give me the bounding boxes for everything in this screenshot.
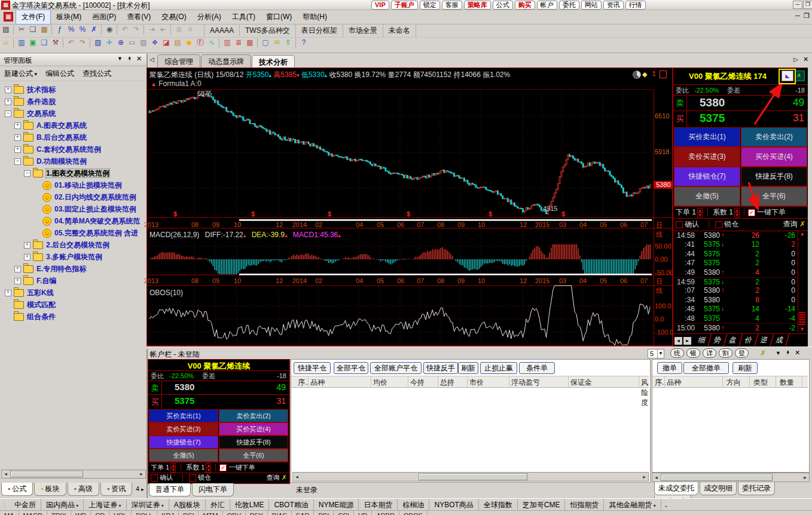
tree-expander-icon[interactable]: +	[24, 254, 30, 260]
menu-4[interactable]: 查看(V)	[121, 10, 156, 24]
list-red-icon[interactable]: ≣	[233, 38, 244, 48]
undo2-icon[interactable]: ↶	[66, 38, 77, 48]
orders-button-1[interactable]: 撤单	[657, 362, 682, 374]
tree-item[interactable]: +B.后台交易系统	[0, 131, 146, 143]
order-button-3[interactable]: 卖价买进(3)	[149, 422, 218, 436]
trend-icon[interactable]: ∿	[206, 38, 217, 48]
undo-icon[interactable]: ↶	[120, 24, 130, 35]
market-tab-10[interactable]: 日本期货	[359, 499, 398, 511]
market-tab-2[interactable]: 国内商品 ▾	[41, 499, 84, 511]
qty-stepper[interactable]: ▲▼	[170, 463, 176, 473]
indicator-tab-2[interactable]: MACD	[19, 511, 47, 515]
indicator-tab-5[interactable]: CR	[91, 511, 109, 515]
tree-item[interactable]: −D.功能模块范例	[0, 155, 146, 167]
positions-button-2[interactable]: 全部平仓	[334, 362, 368, 374]
indicator-tab-12[interactable]: PSY	[246, 511, 268, 515]
tree-item[interactable]: +五彩K线	[0, 287, 146, 299]
scroll-down-icon[interactable]: ▼	[799, 326, 805, 332]
sidebar-tab-4[interactable]: ▪资讯	[100, 483, 132, 496]
tree-item[interactable]: +A.图表交易系统	[0, 119, 146, 131]
formula-run-icon[interactable]: %	[66, 24, 77, 35]
zoom-in-icon[interactable]: ⊕	[115, 38, 126, 48]
tree-item[interactable]: ☺04.简单MA突破交易系统范	[0, 215, 146, 227]
indicator-tab-6[interactable]: VOL	[109, 511, 132, 515]
quick-button-6[interactable]: 公式	[493, 1, 513, 10]
tree-item[interactable]: +C.套利交易系统范例	[0, 143, 146, 155]
account-mini-button-4[interactable]: 割	[719, 348, 732, 358]
order-button-6[interactable]: 快捷反手(8)	[741, 167, 807, 186]
confirm-checkbox[interactable]: 确认	[151, 474, 173, 481]
indicator-tab-7[interactable]: BOLL	[132, 511, 157, 515]
cut-icon[interactable]: ✂	[16, 24, 27, 35]
tree-item[interactable]: ☺05.完整交易系统范例 含进	[0, 227, 146, 239]
quick-button-8[interactable]: 帐户	[537, 1, 557, 10]
market-tab-4[interactable]: 深圳证券 ▾	[127, 499, 169, 511]
sidebar-toolbar-3[interactable]: 查找公式	[78, 66, 115, 81]
minimize-button[interactable]: ─	[793, 1, 802, 9]
tab-overflow-icon[interactable]: ▸	[141, 486, 144, 492]
outdent-icon[interactable]: ⇤	[158, 24, 169, 35]
tree-item[interactable]: ☺02.日内均线交易系统范例	[0, 191, 146, 203]
market-tab-15[interactable]: 恒指期货	[565, 499, 604, 511]
tree-item[interactable]: +F.自编	[0, 275, 146, 287]
market-tab-3[interactable]: 上海证券 ▾	[84, 499, 126, 511]
market-tab-11[interactable]: 棕榈油	[398, 499, 429, 511]
tools-icon[interactable]: ✗	[760, 349, 766, 357]
list2-icon[interactable]: ≡	[185, 24, 196, 35]
market-tab-9[interactable]: NYME能源	[314, 499, 359, 511]
menu-1[interactable]: 文件(F)	[16, 10, 51, 24]
warning-icon[interactable]: ◆	[184, 38, 194, 48]
qty-stepper[interactable]: ▲▼	[697, 208, 703, 217]
kline-icon[interactable]: ▥	[222, 38, 233, 48]
order-button-6[interactable]: 快捷反手(8)	[219, 436, 288, 449]
child-restore-icon[interactable]: ❐	[804, 12, 810, 20]
tree-expander-icon[interactable]: +	[14, 266, 21, 272]
tree-item[interactable]: −1.图表交易模块范例	[0, 167, 146, 179]
orders-col-3[interactable]: 方向	[726, 378, 741, 388]
tree-expander-icon[interactable]: +	[14, 146, 21, 153]
panel-menu-icon[interactable]: ▼	[776, 350, 781, 356]
formula-del-icon[interactable]: ✗	[88, 24, 99, 35]
positions-col-6[interactable]: 市价	[469, 378, 484, 388]
tree-expander-icon[interactable]: −	[5, 111, 11, 117]
indent-icon[interactable]: ⇥	[146, 24, 157, 35]
tree-expander-icon[interactable]: −	[14, 158, 21, 165]
positions-button-3[interactable]: 全部账户平仓	[370, 362, 422, 374]
market-overflow-icon[interactable]: ⌄	[661, 502, 668, 508]
alert-icon[interactable]: ↥	[651, 70, 657, 78]
save-icon[interactable]: ▤	[1, 24, 11, 35]
f10-icon[interactable]: Ⓕ	[195, 38, 206, 48]
orders-hscrollbar[interactable]: ◂ ▸	[652, 473, 810, 482]
indicator-tab-9[interactable]: RSI	[179, 511, 199, 515]
positions-col-7[interactable]: 浮动盈亏	[511, 378, 540, 388]
tree-expander-icon[interactable]: +	[5, 99, 11, 105]
indicator-tab-15[interactable]: BBI	[314, 511, 334, 515]
orders-tab-2[interactable]: 成交明细	[700, 482, 737, 495]
order-button-4[interactable]: 买价买进(4)	[219, 422, 288, 436]
ruler-icon[interactable]: ▭	[127, 38, 138, 48]
order-button-7[interactable]: 全撤(5)	[674, 186, 740, 206]
order-button-5[interactable]: 快捷锁仓(7)	[149, 436, 218, 449]
quick-button-3[interactable]: 锁定	[420, 1, 440, 10]
quick-button-9[interactable]: 委托	[559, 1, 579, 10]
query-button[interactable]: 查询 ✗	[783, 219, 805, 229]
positions-button-6[interactable]: 止损止赢	[480, 362, 517, 374]
monitor-icon[interactable]: ▣	[28, 38, 38, 48]
menu-3[interactable]: 画面(P)	[87, 10, 121, 24]
positions-col-4[interactable]: 今持	[410, 378, 425, 388]
market-tab-13[interactable]: 全球指数	[479, 499, 518, 511]
account-mini-button-1[interactable]: 统	[670, 348, 684, 358]
orders-col-4[interactable]: 类型	[753, 378, 768, 388]
coef-stepper[interactable]: ▲▼	[734, 208, 740, 217]
orders-button-3[interactable]: 刷新	[732, 362, 758, 374]
indicator-tab-18[interactable]: ARBR	[372, 511, 399, 515]
copy-icon[interactable]: ❏	[28, 24, 38, 35]
positions-button-5[interactable]: 刷新	[458, 362, 478, 374]
flash-tab-1[interactable]: 普通下单	[149, 483, 191, 496]
tree-expander-icon[interactable]: +	[14, 278, 21, 284]
open-folder-icon[interactable]: ▱	[1, 38, 11, 48]
quick-button-12[interactable]: 行情	[625, 1, 646, 10]
sidebar-toolbar-1[interactable]: 新建公式 ▾	[0, 66, 41, 81]
ts-scrollbar[interactable]: ▲▼	[798, 231, 807, 332]
workspace-tab-4[interactable]: 市场全景	[343, 24, 383, 38]
